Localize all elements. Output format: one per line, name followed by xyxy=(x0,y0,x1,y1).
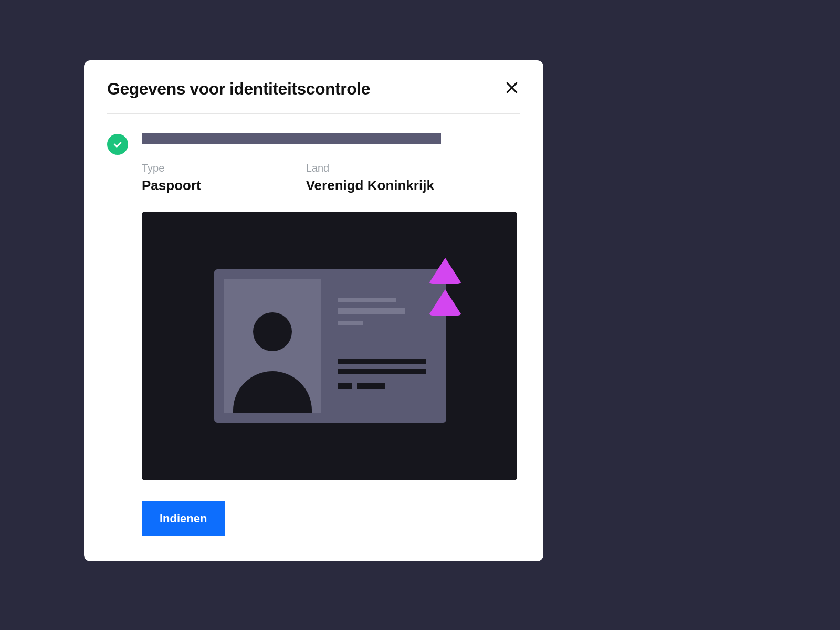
warning-triangle-icon xyxy=(428,289,462,316)
type-field: Type Paspoort xyxy=(142,162,201,194)
placeholder-line xyxy=(338,308,405,314)
country-label: Land xyxy=(306,162,434,174)
placeholder-line xyxy=(338,321,363,326)
country-field: Land Verenigd Koninkrijk xyxy=(306,162,434,194)
redacted-text xyxy=(142,133,441,144)
submit-button[interactable]: Indienen xyxy=(142,501,225,536)
identity-check-modal: Gegevens voor identiteitscontrole Type P… xyxy=(84,60,543,561)
modal-header: Gegevens voor identiteitscontrole xyxy=(107,79,520,114)
warning-triangle-icon xyxy=(428,258,462,284)
meta-row: Type Paspoort Land Verenigd Koninkrijk xyxy=(142,162,520,194)
success-badge xyxy=(107,134,128,155)
type-label: Type xyxy=(142,162,201,174)
placeholder-line xyxy=(338,359,426,364)
placeholder-line xyxy=(357,383,385,389)
modal-title: Gegevens voor identiteitscontrole xyxy=(107,79,370,99)
type-value: Paspoort xyxy=(142,177,201,194)
check-icon xyxy=(112,139,123,150)
modal-content: Type Paspoort Land Verenigd Koninkrijk xyxy=(107,114,520,536)
placeholder-line xyxy=(338,383,352,389)
close-icon xyxy=(505,81,519,94)
id-card-illustration xyxy=(214,269,446,423)
photo-placeholder xyxy=(224,279,321,413)
document-preview xyxy=(142,212,517,480)
close-button[interactable] xyxy=(503,79,520,96)
country-value: Verenigd Koninkrijk xyxy=(306,177,434,194)
placeholder-line xyxy=(338,298,396,302)
person-icon xyxy=(233,371,312,413)
placeholder-line xyxy=(338,369,426,374)
main-column: Type Paspoort Land Verenigd Koninkrijk xyxy=(142,133,520,536)
person-icon xyxy=(253,312,292,351)
